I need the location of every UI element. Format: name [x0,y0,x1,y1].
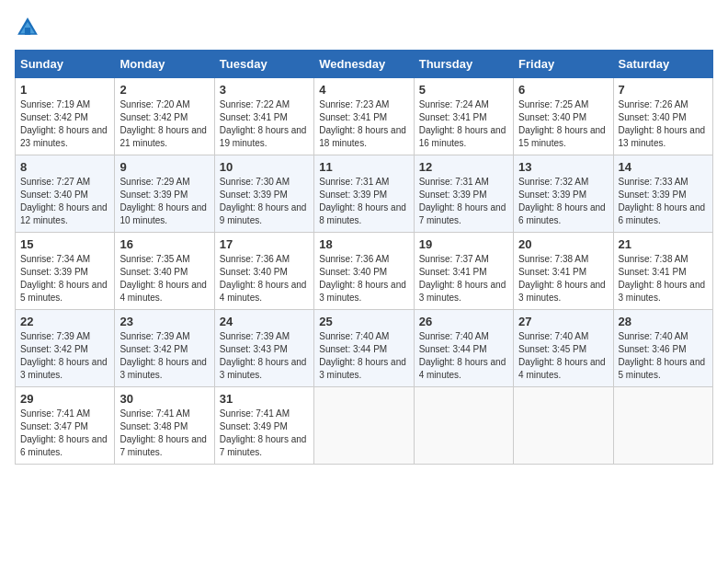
calendar-cell: 20 Sunrise: 7:38 AM Sunset: 3:41 PM Dayl… [514,233,613,310]
cell-info: Sunrise: 7:19 AM Sunset: 3:42 PM Dayligh… [20,98,109,150]
cell-info: Sunrise: 7:23 AM Sunset: 3:41 PM Dayligh… [319,98,408,150]
cell-info: Sunrise: 7:40 AM Sunset: 3:44 PM Dayligh… [419,330,508,382]
cell-info: Sunrise: 7:36 AM Sunset: 3:40 PM Dayligh… [220,253,309,304]
day-number: 24 [220,315,309,328]
day-number: 9 [119,160,209,174]
calendar-header-row: SundayMondayTuesdayWednesdayThursdayFrid… [16,51,713,78]
calendar-cell: 15 Sunrise: 7:34 AM Sunset: 3:39 PM Dayl… [16,233,115,310]
day-number: 13 [518,160,608,174]
cell-info: Sunrise: 7:27 AM Sunset: 3:40 PM Dayligh… [20,176,109,227]
day-number: 27 [518,315,608,328]
calendar-cell: 7 Sunrise: 7:26 AM Sunset: 3:40 PM Dayli… [613,78,712,155]
cell-info: Sunrise: 7:40 AM Sunset: 3:44 PM Dayligh… [319,330,408,382]
cell-info: Sunrise: 7:36 AM Sunset: 3:40 PM Dayligh… [319,253,408,304]
calendar-cell: 16 Sunrise: 7:35 AM Sunset: 3:40 PM Dayl… [115,233,214,310]
calendar-cell: 11 Sunrise: 7:31 AM Sunset: 3:39 PM Dayl… [314,155,414,233]
calendar-week-row: 22 Sunrise: 7:39 AM Sunset: 3:42 PM Dayl… [16,310,713,387]
day-number: 1 [20,83,109,97]
day-number: 28 [619,315,708,328]
logo-icon [15,15,40,40]
day-number: 2 [119,83,209,97]
calendar-cell [314,387,414,465]
day-number: 15 [20,237,109,251]
calendar-cell: 29 Sunrise: 7:41 AM Sunset: 3:47 PM Dayl… [16,387,115,465]
cell-info: Sunrise: 7:41 AM Sunset: 3:47 PM Dayligh… [20,408,109,459]
cell-info: Sunrise: 7:26 AM Sunset: 3:40 PM Dayligh… [619,98,708,150]
calendar-cell: 19 Sunrise: 7:37 AM Sunset: 3:41 PM Dayl… [414,233,513,310]
calendar-cell: 6 Sunrise: 7:25 AM Sunset: 3:40 PM Dayli… [514,78,613,155]
calendar-cell: 24 Sunrise: 7:39 AM Sunset: 3:43 PM Dayl… [214,310,313,387]
calendar-cell: 21 Sunrise: 7:38 AM Sunset: 3:41 PM Dayl… [613,233,712,310]
svg-rect-2 [25,28,30,35]
cell-info: Sunrise: 7:37 AM Sunset: 3:41 PM Dayligh… [419,253,508,304]
day-number: 30 [119,392,209,406]
cell-info: Sunrise: 7:33 AM Sunset: 3:39 PM Dayligh… [619,176,708,227]
calendar-cell [514,387,613,465]
calendar-week-row: 15 Sunrise: 7:34 AM Sunset: 3:39 PM Dayl… [16,233,713,310]
calendar-cell: 5 Sunrise: 7:24 AM Sunset: 3:41 PM Dayli… [414,78,513,155]
day-header-tuesday: Tuesday [214,51,313,78]
day-number: 4 [319,83,408,97]
calendar-cell: 13 Sunrise: 7:32 AM Sunset: 3:39 PM Dayl… [514,155,613,233]
calendar-week-row: 1 Sunrise: 7:19 AM Sunset: 3:42 PM Dayli… [16,78,713,155]
calendar-cell: 3 Sunrise: 7:22 AM Sunset: 3:41 PM Dayli… [214,78,313,155]
cell-info: Sunrise: 7:24 AM Sunset: 3:41 PM Dayligh… [419,98,508,150]
day-header-sunday: Sunday [16,51,115,78]
calendar-cell: 4 Sunrise: 7:23 AM Sunset: 3:41 PM Dayli… [314,78,414,155]
day-header-wednesday: Wednesday [314,51,414,78]
day-number: 19 [419,237,508,251]
calendar-cell: 10 Sunrise: 7:30 AM Sunset: 3:39 PM Dayl… [214,155,313,233]
calendar-cell: 12 Sunrise: 7:31 AM Sunset: 3:39 PM Dayl… [414,155,513,233]
calendar-cell: 23 Sunrise: 7:39 AM Sunset: 3:42 PM Dayl… [115,310,214,387]
calendar-cell [613,387,712,465]
cell-info: Sunrise: 7:39 AM Sunset: 3:43 PM Dayligh… [220,330,309,382]
cell-info: Sunrise: 7:39 AM Sunset: 3:42 PM Dayligh… [119,330,209,382]
cell-info: Sunrise: 7:41 AM Sunset: 3:49 PM Dayligh… [220,408,309,459]
cell-info: Sunrise: 7:30 AM Sunset: 3:39 PM Dayligh… [220,176,309,227]
cell-info: Sunrise: 7:41 AM Sunset: 3:48 PM Dayligh… [119,408,209,459]
cell-info: Sunrise: 7:32 AM Sunset: 3:39 PM Dayligh… [518,176,608,227]
day-number: 10 [220,160,309,174]
day-number: 29 [20,392,109,406]
calendar-cell: 25 Sunrise: 7:40 AM Sunset: 3:44 PM Dayl… [314,310,414,387]
logo [15,15,44,40]
calendar-cell: 18 Sunrise: 7:36 AM Sunset: 3:40 PM Dayl… [314,233,414,310]
day-number: 20 [518,237,608,251]
cell-info: Sunrise: 7:38 AM Sunset: 3:41 PM Dayligh… [518,253,608,304]
calendar-cell: 22 Sunrise: 7:39 AM Sunset: 3:42 PM Dayl… [16,310,115,387]
cell-info: Sunrise: 7:25 AM Sunset: 3:40 PM Dayligh… [518,98,608,150]
cell-info: Sunrise: 7:34 AM Sunset: 3:39 PM Dayligh… [20,253,109,304]
day-number: 8 [20,160,109,174]
day-number: 22 [20,315,109,328]
day-number: 6 [518,83,608,97]
cell-info: Sunrise: 7:35 AM Sunset: 3:40 PM Dayligh… [119,253,209,304]
calendar-cell: 30 Sunrise: 7:41 AM Sunset: 3:48 PM Dayl… [115,387,214,465]
calendar-table: SundayMondayTuesdayWednesdayThursdayFrid… [15,50,713,465]
calendar-cell: 26 Sunrise: 7:40 AM Sunset: 3:44 PM Dayl… [414,310,513,387]
calendar-cell: 28 Sunrise: 7:40 AM Sunset: 3:46 PM Dayl… [613,310,712,387]
cell-info: Sunrise: 7:40 AM Sunset: 3:45 PM Dayligh… [518,330,608,382]
calendar-cell: 2 Sunrise: 7:20 AM Sunset: 3:42 PM Dayli… [115,78,214,155]
day-number: 3 [220,83,309,97]
cell-info: Sunrise: 7:29 AM Sunset: 3:39 PM Dayligh… [119,176,209,227]
calendar-cell: 17 Sunrise: 7:36 AM Sunset: 3:40 PM Dayl… [214,233,313,310]
day-number: 17 [220,237,309,251]
calendar-cell: 1 Sunrise: 7:19 AM Sunset: 3:42 PM Dayli… [16,78,115,155]
day-header-saturday: Saturday [613,51,712,78]
day-number: 5 [419,83,508,97]
day-number: 18 [319,237,408,251]
calendar-cell [414,387,513,465]
calendar-cell: 9 Sunrise: 7:29 AM Sunset: 3:39 PM Dayli… [115,155,214,233]
cell-info: Sunrise: 7:31 AM Sunset: 3:39 PM Dayligh… [419,176,508,227]
day-number: 16 [119,237,209,251]
day-number: 25 [319,315,408,328]
page-header [15,15,713,40]
calendar-week-row: 8 Sunrise: 7:27 AM Sunset: 3:40 PM Dayli… [16,155,713,233]
calendar-cell: 8 Sunrise: 7:27 AM Sunset: 3:40 PM Dayli… [16,155,115,233]
calendar-body: 1 Sunrise: 7:19 AM Sunset: 3:42 PM Dayli… [16,78,713,465]
calendar-week-row: 29 Sunrise: 7:41 AM Sunset: 3:47 PM Dayl… [16,387,713,465]
day-header-friday: Friday [514,51,613,78]
calendar-cell: 27 Sunrise: 7:40 AM Sunset: 3:45 PM Dayl… [514,310,613,387]
cell-info: Sunrise: 7:40 AM Sunset: 3:46 PM Dayligh… [619,330,708,382]
day-number: 26 [419,315,508,328]
